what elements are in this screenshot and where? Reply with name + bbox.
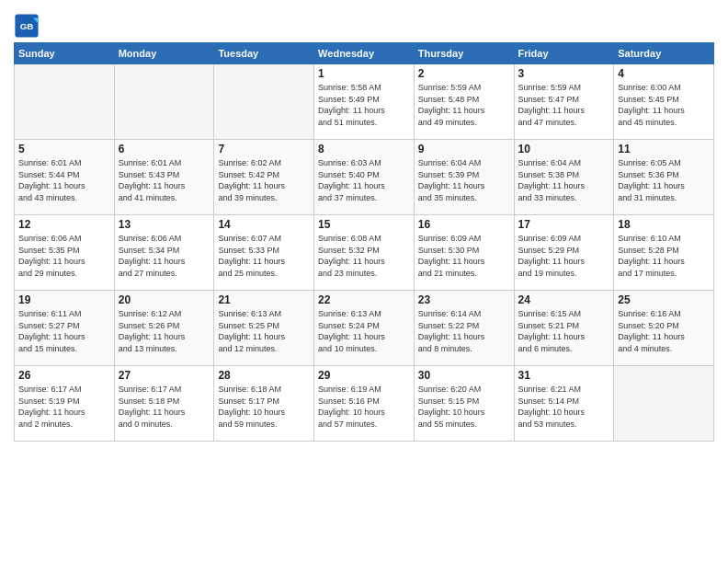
header-thursday: Thursday bbox=[414, 43, 514, 64]
cell-info: Sunrise: 6:17 AMSunset: 5:19 PMDaylight:… bbox=[18, 384, 110, 430]
cell-info: Sunrise: 6:08 AMSunset: 5:32 PMDaylight:… bbox=[318, 233, 410, 279]
day-number: 23 bbox=[418, 293, 510, 306]
calendar-cell: 18Sunrise: 6:10 AMSunset: 5:28 PMDayligh… bbox=[614, 215, 714, 291]
cell-info: Sunrise: 6:09 AMSunset: 5:29 PMDaylight:… bbox=[518, 233, 610, 279]
calendar-cell: 3Sunrise: 5:59 AMSunset: 5:47 PMDaylight… bbox=[514, 64, 614, 140]
cell-info: Sunrise: 6:11 AMSunset: 5:27 PMDaylight:… bbox=[18, 308, 110, 354]
cell-info: Sunrise: 5:58 AMSunset: 5:49 PMDaylight:… bbox=[318, 82, 410, 128]
calendar-cell: 13Sunrise: 6:06 AMSunset: 5:34 PMDayligh… bbox=[114, 215, 214, 291]
calendar-cell: 17Sunrise: 6:09 AMSunset: 5:29 PMDayligh… bbox=[514, 215, 614, 291]
calendar-cell: 10Sunrise: 6:04 AMSunset: 5:38 PMDayligh… bbox=[514, 140, 614, 215]
cell-info: Sunrise: 6:06 AMSunset: 5:34 PMDaylight:… bbox=[119, 233, 210, 279]
calendar-cell: 2Sunrise: 5:59 AMSunset: 5:48 PMDaylight… bbox=[414, 64, 514, 140]
day-number: 8 bbox=[318, 143, 410, 155]
cell-info: Sunrise: 6:01 AMSunset: 5:44 PMDaylight:… bbox=[18, 157, 110, 203]
day-number: 28 bbox=[218, 369, 310, 382]
cell-info: Sunrise: 6:02 AMSunset: 5:42 PMDaylight:… bbox=[218, 157, 310, 203]
calendar-cell: 24Sunrise: 6:15 AMSunset: 5:21 PMDayligh… bbox=[514, 291, 614, 366]
day-number: 13 bbox=[119, 218, 210, 231]
cell-info: Sunrise: 6:00 AMSunset: 5:45 PMDaylight:… bbox=[618, 82, 710, 128]
cell-info: Sunrise: 6:13 AMSunset: 5:25 PMDaylight:… bbox=[218, 308, 310, 354]
cell-info: Sunrise: 6:13 AMSunset: 5:24 PMDaylight:… bbox=[318, 308, 410, 354]
cell-info: Sunrise: 6:04 AMSunset: 5:39 PMDaylight:… bbox=[418, 157, 510, 203]
svg-text:GB: GB bbox=[20, 21, 34, 31]
day-number: 27 bbox=[119, 369, 210, 382]
cell-info: Sunrise: 6:09 AMSunset: 5:30 PMDaylight:… bbox=[418, 233, 510, 279]
cell-info: Sunrise: 6:01 AMSunset: 5:43 PMDaylight:… bbox=[119, 157, 210, 203]
calendar-cell: 1Sunrise: 5:58 AMSunset: 5:49 PMDaylight… bbox=[314, 64, 415, 140]
day-number: 17 bbox=[518, 218, 610, 231]
calendar-cell: 27Sunrise: 6:17 AMSunset: 5:18 PMDayligh… bbox=[114, 366, 214, 442]
calendar-cell: 12Sunrise: 6:06 AMSunset: 5:35 PMDayligh… bbox=[15, 215, 115, 291]
cell-info: Sunrise: 6:19 AMSunset: 5:16 PMDaylight:… bbox=[318, 384, 410, 430]
day-number: 15 bbox=[318, 218, 410, 231]
day-number: 4 bbox=[618, 67, 710, 80]
day-number: 29 bbox=[318, 369, 410, 382]
day-number: 10 bbox=[518, 143, 610, 155]
logo: GB bbox=[14, 13, 41, 39]
day-number: 20 bbox=[119, 293, 210, 306]
day-number: 21 bbox=[218, 293, 310, 306]
cell-info: Sunrise: 5:59 AMSunset: 5:48 PMDaylight:… bbox=[418, 82, 510, 128]
header-monday: Monday bbox=[114, 43, 214, 64]
calendar-cell: 31Sunrise: 6:21 AMSunset: 5:14 PMDayligh… bbox=[514, 366, 614, 442]
calendar-cell: 6Sunrise: 6:01 AMSunset: 5:43 PMDaylight… bbox=[114, 140, 214, 215]
day-number: 9 bbox=[418, 143, 510, 155]
calendar-cell bbox=[614, 366, 714, 442]
day-number: 18 bbox=[618, 218, 710, 231]
header-wednesday: Wednesday bbox=[314, 43, 415, 64]
cell-info: Sunrise: 6:04 AMSunset: 5:38 PMDaylight:… bbox=[518, 157, 610, 203]
calendar-cell: 22Sunrise: 6:13 AMSunset: 5:24 PMDayligh… bbox=[314, 291, 415, 366]
day-number: 5 bbox=[18, 143, 110, 155]
calendar-cell: 16Sunrise: 6:09 AMSunset: 5:30 PMDayligh… bbox=[414, 215, 514, 291]
day-number: 7 bbox=[218, 143, 310, 155]
calendar-cell bbox=[114, 64, 214, 140]
calendar-cell bbox=[214, 64, 314, 140]
logo-icon: GB bbox=[14, 13, 40, 39]
calendar-cell: 20Sunrise: 6:12 AMSunset: 5:26 PMDayligh… bbox=[114, 291, 214, 366]
header-tuesday: Tuesday bbox=[214, 43, 314, 64]
cell-info: Sunrise: 6:10 AMSunset: 5:28 PMDaylight:… bbox=[618, 233, 710, 279]
cell-info: Sunrise: 6:20 AMSunset: 5:15 PMDaylight:… bbox=[418, 384, 510, 430]
week-row-5: 26Sunrise: 6:17 AMSunset: 5:19 PMDayligh… bbox=[15, 366, 714, 442]
day-number: 11 bbox=[618, 143, 710, 155]
cell-info: Sunrise: 6:15 AMSunset: 5:21 PMDaylight:… bbox=[518, 308, 610, 354]
cell-info: Sunrise: 6:06 AMSunset: 5:35 PMDaylight:… bbox=[18, 233, 110, 279]
cell-info: Sunrise: 6:12 AMSunset: 5:26 PMDaylight:… bbox=[119, 308, 210, 354]
cell-info: Sunrise: 6:21 AMSunset: 5:14 PMDaylight:… bbox=[518, 384, 610, 430]
header-sunday: Sunday bbox=[15, 43, 115, 64]
day-number: 14 bbox=[218, 218, 310, 231]
day-number: 25 bbox=[618, 293, 710, 306]
calendar-cell: 29Sunrise: 6:19 AMSunset: 5:16 PMDayligh… bbox=[314, 366, 415, 442]
calendar-cell: 15Sunrise: 6:08 AMSunset: 5:32 PMDayligh… bbox=[314, 215, 415, 291]
calendar-cell: 4Sunrise: 6:00 AMSunset: 5:45 PMDaylight… bbox=[614, 64, 714, 140]
calendar-cell: 21Sunrise: 6:13 AMSunset: 5:25 PMDayligh… bbox=[214, 291, 314, 366]
calendar-cell: 5Sunrise: 6:01 AMSunset: 5:44 PMDaylight… bbox=[15, 140, 115, 215]
calendar-cell: 9Sunrise: 6:04 AMSunset: 5:39 PMDaylight… bbox=[414, 140, 514, 215]
calendar-cell bbox=[15, 64, 115, 140]
cell-info: Sunrise: 6:07 AMSunset: 5:33 PMDaylight:… bbox=[218, 233, 310, 279]
day-number: 31 bbox=[518, 369, 610, 382]
day-number: 3 bbox=[518, 67, 610, 80]
day-number: 19 bbox=[18, 293, 110, 306]
cell-info: Sunrise: 6:18 AMSunset: 5:17 PMDaylight:… bbox=[218, 384, 310, 430]
calendar-cell: 28Sunrise: 6:18 AMSunset: 5:17 PMDayligh… bbox=[214, 366, 314, 442]
day-number: 22 bbox=[318, 293, 410, 306]
cell-info: Sunrise: 6:14 AMSunset: 5:22 PMDaylight:… bbox=[418, 308, 510, 354]
cell-info: Sunrise: 6:17 AMSunset: 5:18 PMDaylight:… bbox=[119, 384, 210, 430]
header-saturday: Saturday bbox=[614, 43, 714, 64]
calendar-cell: 14Sunrise: 6:07 AMSunset: 5:33 PMDayligh… bbox=[214, 215, 314, 291]
day-number: 16 bbox=[418, 218, 510, 231]
calendar-cell: 7Sunrise: 6:02 AMSunset: 5:42 PMDaylight… bbox=[214, 140, 314, 215]
header: GB bbox=[14, 9, 714, 39]
calendar-cell: 19Sunrise: 6:11 AMSunset: 5:27 PMDayligh… bbox=[15, 291, 115, 366]
calendar-table: SundayMondayTuesdayWednesdayThursdayFrid… bbox=[14, 42, 714, 442]
day-number: 24 bbox=[518, 293, 610, 306]
calendar-cell: 25Sunrise: 6:16 AMSunset: 5:20 PMDayligh… bbox=[614, 291, 714, 366]
week-row-4: 19Sunrise: 6:11 AMSunset: 5:27 PMDayligh… bbox=[15, 291, 714, 366]
day-number: 1 bbox=[318, 67, 410, 80]
header-friday: Friday bbox=[514, 43, 614, 64]
calendar-cell: 30Sunrise: 6:20 AMSunset: 5:15 PMDayligh… bbox=[414, 366, 514, 442]
cell-info: Sunrise: 5:59 AMSunset: 5:47 PMDaylight:… bbox=[518, 82, 610, 128]
calendar-cell: 8Sunrise: 6:03 AMSunset: 5:40 PMDaylight… bbox=[314, 140, 415, 215]
